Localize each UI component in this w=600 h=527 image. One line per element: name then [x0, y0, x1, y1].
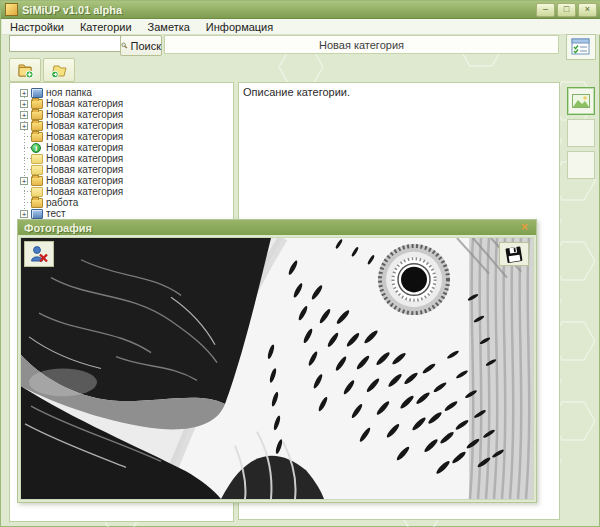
- menu-bar: Настройки Категории Заметка Информация: [2, 19, 600, 35]
- parrot-eye: [378, 244, 450, 315]
- folder-icon: [31, 176, 43, 186]
- side-button-3[interactable]: [567, 151, 595, 179]
- remove-photo-button[interactable]: [24, 241, 54, 267]
- save-photo-button[interactable]: [499, 242, 529, 266]
- tree-connector: [24, 147, 31, 148]
- tree-item[interactable]: +Новая категория: [10, 98, 233, 109]
- category-name-field[interactable]: Новая категория: [164, 35, 559, 54]
- tree-item-label: Новая категория: [46, 186, 123, 197]
- folder-icon: [31, 110, 43, 120]
- app-icon: [5, 3, 18, 16]
- tree-item-label: Новая категория: [46, 120, 123, 131]
- expander-icon[interactable]: +: [20, 210, 28, 218]
- expander-icon[interactable]: +: [20, 89, 28, 97]
- tree-item[interactable]: +тест: [10, 208, 233, 219]
- expander-icon[interactable]: +: [20, 177, 28, 185]
- tree-item-label: Новая категория: [46, 164, 123, 175]
- category-name-value: Новая категория: [319, 39, 404, 51]
- tree-item-label: тест: [46, 208, 66, 219]
- magnifier-icon: [121, 40, 128, 51]
- search-input[interactable]: [9, 35, 121, 52]
- tree-item-label: ноя папка: [46, 87, 92, 98]
- folder-plain-icon: [31, 165, 43, 175]
- expander-icon[interactable]: +: [20, 111, 28, 119]
- category-tree: +ноя папка+Новая категория+Новая категор…: [10, 83, 233, 219]
- folder-plain-icon: [31, 187, 43, 197]
- tree-connector: [24, 191, 31, 192]
- tree-item[interactable]: +Новая категория: [10, 120, 233, 131]
- add-folder-icon: [15, 61, 35, 79]
- minimize-button[interactable]: –: [536, 3, 555, 17]
- tree-item[interactable]: +Новая категория: [10, 109, 233, 120]
- menu-note[interactable]: Заметка: [140, 21, 198, 33]
- move-folder-button[interactable]: [43, 58, 75, 82]
- maximize-button[interactable]: □: [557, 3, 576, 17]
- photo-window: Фотография ×: [17, 219, 537, 503]
- tree-item[interactable]: Новая категория: [10, 131, 233, 142]
- menu-settings[interactable]: Настройки: [2, 21, 72, 33]
- tree-item[interactable]: Новая категория: [10, 186, 233, 197]
- parrot-photo: [21, 238, 534, 499]
- tree-item[interactable]: +Новая категория: [10, 175, 233, 186]
- remove-person-icon: [29, 245, 49, 263]
- tree-item[interactable]: работа: [10, 197, 233, 208]
- tree-item-label: Новая категория: [46, 109, 123, 120]
- tree-connector: [24, 202, 31, 203]
- window-titlebar: SiMiUP v1.01 alpha – □ ×: [1, 1, 600, 19]
- search-button-label: Поиск: [131, 40, 161, 52]
- save-floppy-icon: [504, 245, 524, 264]
- app-window: SiMiUP v1.01 alpha – □ × Настройки Катег…: [0, 0, 600, 527]
- category-list-button[interactable]: [566, 34, 596, 60]
- folder-icon: [31, 99, 43, 109]
- category-list-icon: [571, 38, 591, 56]
- computer-icon: [31, 88, 43, 98]
- photo-window-title: Фотография: [18, 222, 92, 234]
- tree-item[interactable]: Новая категория: [10, 164, 233, 175]
- move-folder-icon: [49, 61, 69, 79]
- side-button-2[interactable]: [567, 119, 595, 147]
- tree-item-label: Новая категория: [46, 153, 123, 164]
- expander-icon[interactable]: +: [20, 100, 28, 108]
- tree-item[interactable]: Новая категория: [10, 153, 233, 164]
- window-title: SiMiUP v1.01 alpha: [22, 4, 122, 16]
- info-icon: i: [31, 143, 41, 153]
- folder-icon: [31, 198, 43, 208]
- image-icon: [572, 94, 590, 108]
- photo-window-titlebar: Фотография ×: [18, 220, 536, 235]
- folder-icon: [31, 132, 43, 142]
- tree-item-label: Новая категория: [46, 98, 123, 109]
- close-button[interactable]: ×: [578, 3, 597, 17]
- tree-connector: [24, 136, 31, 137]
- tree-item-label: Новая категория: [46, 142, 123, 153]
- menu-information[interactable]: Информация: [198, 21, 281, 33]
- tree-connector: [24, 158, 31, 159]
- description-text: Описание категории.: [243, 86, 350, 98]
- tree-connector: [24, 169, 31, 170]
- expander-icon[interactable]: +: [20, 122, 28, 130]
- photo-close-icon[interactable]: ×: [521, 220, 528, 234]
- tree-item-label: Новая категория: [46, 175, 123, 186]
- folder-plain-icon: [31, 154, 43, 164]
- computer-icon: [31, 209, 43, 219]
- tree-item-label: работа: [46, 197, 78, 208]
- photo-view-button[interactable]: [567, 87, 595, 115]
- folder-icon: [31, 121, 43, 131]
- search-button[interactable]: Поиск: [120, 35, 162, 56]
- menu-categories[interactable]: Категории: [72, 21, 140, 33]
- add-folder-button[interactable]: [9, 58, 41, 82]
- tree-item-label: Новая категория: [46, 131, 123, 142]
- photo-display-area: [20, 237, 534, 500]
- tree-item[interactable]: +ноя папка: [10, 87, 233, 98]
- tree-item[interactable]: iНовая категория: [10, 142, 233, 153]
